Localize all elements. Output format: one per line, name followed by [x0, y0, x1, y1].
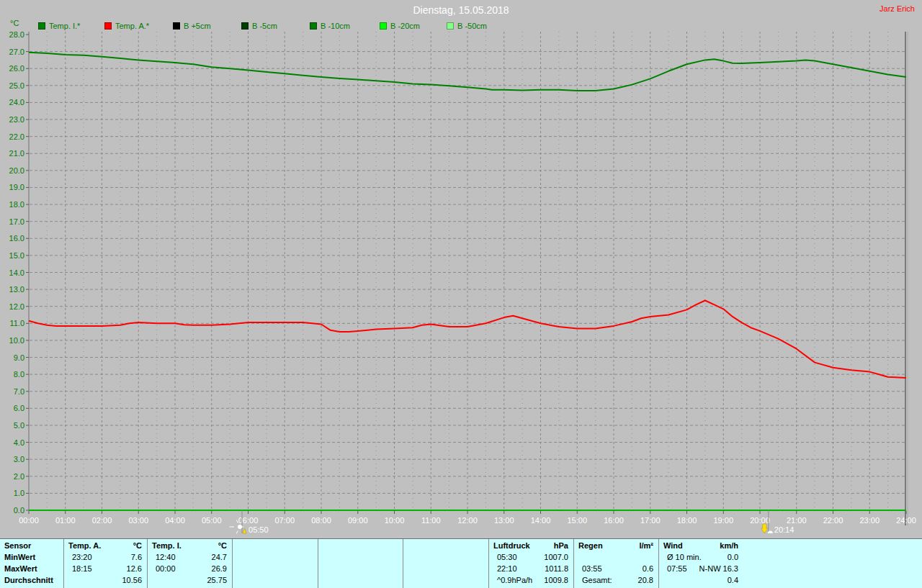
x-tick-label: 12:00: [457, 516, 478, 525]
row-label: Sensor: [4, 541, 31, 550]
column-unit: °C: [218, 541, 227, 550]
y-tick-label: 21.0: [9, 149, 24, 158]
x-tick-label: 11:00: [421, 516, 441, 525]
cell-time: 12:40: [150, 553, 176, 561]
cell-value: 1007.0: [544, 553, 568, 561]
table-row: 10.56: [66, 576, 142, 584]
table-row: 03:550.6: [576, 564, 653, 573]
y-tick-label: 24.0: [9, 98, 24, 107]
x-tick-label: 07:00: [274, 516, 295, 525]
y-tick-label: 1.0: [14, 489, 24, 497]
x-tick-label: 21:00: [787, 516, 807, 525]
row-label: MinWert: [4, 553, 35, 561]
cell-value: 25.75: [207, 576, 227, 584]
y-tick-label: 25.0: [9, 81, 24, 90]
x-tick-label: 13:00: [494, 516, 514, 525]
table-divider: [403, 539, 403, 588]
row-label: MaxWert: [4, 564, 37, 573]
x-tick-label: 06:00: [238, 516, 259, 525]
column-unit: °C: [133, 541, 142, 550]
x-tick-label: 19:00: [713, 516, 733, 525]
sunrise-time: 05:50: [249, 525, 269, 534]
table-row: Gesamt:20.8: [576, 576, 653, 584]
column-name: Temp. I.: [152, 541, 182, 550]
table-row: 12:4024.7: [150, 553, 227, 561]
table-row: 0.4: [661, 576, 738, 584]
cell-time: 05:30: [491, 553, 517, 561]
y-tick-label: 13.0: [9, 285, 24, 294]
x-tick-label: 08:00: [311, 516, 331, 525]
x-tick-label: 15:00: [567, 516, 587, 525]
column-unit: hPa: [554, 541, 568, 550]
table-row: 22:101011.8: [491, 564, 568, 573]
x-tick-label: 05:00: [202, 516, 222, 525]
cell-time: Ø 10 min.: [661, 553, 702, 561]
sunset-arrow: [761, 524, 768, 533]
table-row: Ø 10 min.0.0: [661, 553, 738, 561]
cell-value: 24.7: [212, 553, 227, 561]
x-tick-label: 14:00: [531, 516, 551, 525]
y-tick-label: 7.0: [14, 387, 24, 396]
cell-time: [66, 576, 72, 584]
cell-value: 0.4: [728, 576, 738, 584]
x-tick-label: 00:00: [19, 516, 39, 525]
y-tick-label: 28.0: [9, 30, 24, 39]
cell-value: 26.9: [212, 564, 227, 573]
sun-ray: [236, 530, 238, 533]
cell-value: N-NW 16.3: [699, 564, 738, 573]
y-tick-label: 11.0: [9, 319, 24, 327]
y-tick-label: 15.0: [9, 251, 24, 260]
x-tick-label: 18:00: [677, 516, 697, 525]
column-name: Temp. A.: [68, 541, 101, 550]
weather-day-view: Dienstag, 15.05.2018 Jarz Erich °C Temp.…: [0, 0, 922, 588]
table-row: 23:207.6: [66, 553, 142, 561]
grid-lines: [30, 32, 905, 510]
column-header: LuftdruckhPa: [493, 541, 568, 550]
y-tick-label: 9.0: [14, 353, 24, 362]
y-tick-label: 12.0: [9, 302, 24, 311]
x-tick-label: 02:00: [92, 516, 112, 525]
sun-disc: [238, 525, 242, 529]
y-tick-label: 17.0: [9, 217, 24, 226]
column-header: Windkm/h: [663, 541, 738, 550]
table-divider: [147, 539, 148, 588]
y-tick-label: 20.0: [9, 166, 24, 175]
cell-time: Gesamt:: [576, 576, 612, 584]
stats-table: SensorMinWertMaxWertDurchschnittTemp. A.…: [0, 538, 922, 588]
table-row: ^0.9hPa/h1009.8: [491, 576, 568, 584]
column-unit: l/m²: [639, 541, 653, 550]
cell-value: 7.6: [131, 553, 142, 561]
cell-time: [150, 576, 156, 584]
cell-value: 0.0: [728, 553, 738, 561]
cell-value: 1009.8: [544, 576, 568, 584]
table-divider: [318, 539, 318, 588]
y-tick-label: 19.0: [9, 183, 24, 191]
table-row: 18:1512.6: [66, 564, 142, 573]
cell-time: 00:00: [150, 564, 176, 573]
x-tick-label: 09:00: [348, 516, 368, 525]
x-tick-label: 22:00: [823, 516, 843, 525]
column-header: Regenl/m²: [578, 541, 653, 550]
y-tick-label: 22.0: [9, 132, 24, 141]
x-tick-label: 16:00: [604, 516, 624, 525]
x-tick-label: 23:00: [859, 516, 880, 525]
x-tick-label: 24:00: [896, 516, 916, 525]
column-name: Regen: [578, 541, 603, 550]
y-tick-label: 3.0: [14, 455, 24, 463]
y-tick-label: 5.0: [14, 421, 24, 430]
y-tick-label: 27.0: [9, 48, 24, 56]
cell-time: [661, 576, 667, 584]
table-divider: [232, 539, 233, 588]
y-tick-label: 10.0: [9, 336, 24, 345]
y-tick-label: 14.0: [9, 268, 24, 277]
cell-time: 07:55: [661, 564, 687, 573]
x-tick-label: 17:00: [640, 516, 661, 525]
x-tick-label: 10:00: [385, 516, 405, 525]
sunset-icon: [761, 524, 773, 533]
column-name: Luftdruck: [493, 541, 530, 550]
column-name: Wind: [663, 541, 683, 550]
table-row: 07:55N-NW 16.3: [661, 564, 738, 573]
y-tick-label: 23.0: [9, 115, 24, 124]
table-row: 05:301007.0: [491, 553, 568, 561]
x-axis-labels: 00:0001:0002:0003:0004:0005:0006:0007:00…: [19, 511, 916, 525]
